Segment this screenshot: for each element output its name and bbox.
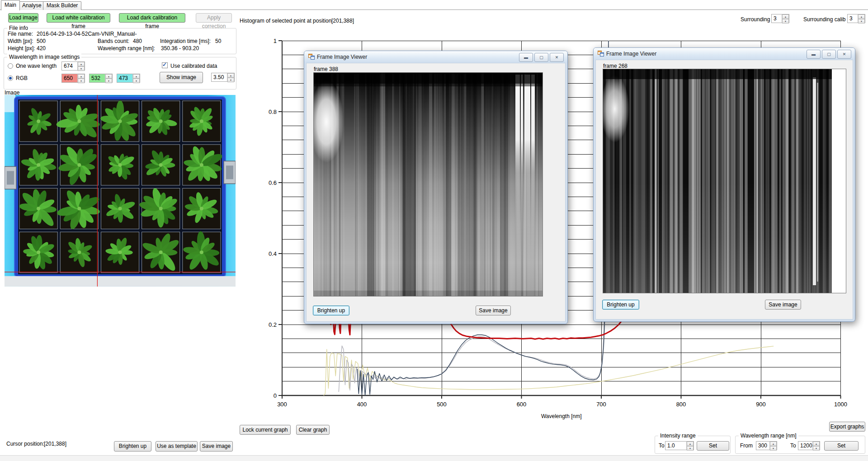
viewer2-title: Frame Image Viewer bbox=[606, 51, 656, 57]
close-icon[interactable]: ✕ bbox=[550, 53, 564, 62]
wavelength-settings-group: Wavelength in image settings One wave le… bbox=[4, 57, 236, 89]
svg-text:300: 300 bbox=[277, 401, 287, 408]
status-bar bbox=[0, 455, 868, 461]
spin-up-icon: ▲ bbox=[858, 14, 865, 19]
close-icon[interactable]: ✕ bbox=[837, 50, 851, 59]
check-icon: ✓ bbox=[162, 61, 167, 68]
svg-text:400: 400 bbox=[357, 401, 367, 408]
spin-up-icon: ▲ bbox=[227, 73, 234, 78]
svg-text:0.6: 0.6 bbox=[269, 179, 277, 186]
save-image-button[interactable]: Save image bbox=[200, 441, 233, 452]
minimize-icon[interactable]: ▬ bbox=[807, 50, 821, 59]
file-info-group: File info File name: 2016-04-29-13-04-52… bbox=[4, 28, 236, 54]
use-calibrated-label: Use calibrated data bbox=[170, 63, 217, 69]
viewer1-brighten-button[interactable]: Brighten up bbox=[313, 306, 349, 315]
cursor-position-value: [201,388] bbox=[44, 441, 66, 447]
minimize-icon[interactable]: ▬ bbox=[519, 53, 533, 62]
intensity-range-group: Intensity range To 1.0 ▲▼ Set bbox=[655, 436, 731, 454]
spin-down-icon: ▼ bbox=[78, 79, 85, 83]
file-info-title: File info bbox=[7, 25, 30, 31]
spin-down-icon: ▼ bbox=[858, 19, 865, 24]
apply-correction-button[interactable]: Apply correction bbox=[196, 13, 232, 23]
svg-text:1: 1 bbox=[274, 38, 277, 44]
one-wavelength-spinner[interactable]: 674 ▲▼ bbox=[61, 61, 85, 71]
svg-text:500: 500 bbox=[437, 401, 447, 408]
svg-text:0.8: 0.8 bbox=[269, 108, 277, 115]
height-label: Height [px]: bbox=[8, 45, 35, 52]
gain-spinner[interactable]: 3.50 ▲▼ bbox=[211, 73, 235, 82]
wavelength-range-group: Wavelength range [nm] From 300 ▲▼ To 120… bbox=[735, 436, 865, 454]
svg-text:900: 900 bbox=[756, 401, 766, 408]
tab-main[interactable]: Main bbox=[1, 0, 20, 10]
wavelength-range-label: Wavelength range [nm]: bbox=[98, 45, 155, 52]
use-calibrated-checkbox[interactable]: ✓ bbox=[162, 62, 168, 68]
frame-viewer-window-2[interactable]: Frame Image Viewer ▬ ▢ ✕ frame 268 Brigh… bbox=[593, 47, 855, 322]
tab-analyse[interactable]: Analyse bbox=[19, 1, 45, 10]
load-image-button[interactable]: Load image bbox=[8, 13, 38, 23]
file-name-label: File name: bbox=[8, 31, 33, 37]
svg-text:Wavelength [nm]: Wavelength [nm] bbox=[541, 413, 582, 419]
one-wavelength-label: One wave length bbox=[16, 63, 57, 69]
viewer2-content: frame 268 Brighten up Save image bbox=[595, 60, 853, 320]
viewer1-content: frame 388 Brighten up Save image bbox=[306, 63, 566, 322]
surrounding-calib-spinner[interactable]: 3 ▲▼ bbox=[847, 14, 865, 23]
viewer1-title: Frame Image Viewer bbox=[317, 54, 367, 60]
wrange-from-spinner[interactable]: 300 ▲▼ bbox=[756, 441, 777, 450]
spin-up-icon: ▲ bbox=[78, 62, 85, 66]
svg-text:1000: 1000 bbox=[834, 401, 847, 408]
spin-down-icon: ▼ bbox=[133, 79, 140, 83]
rgb-red-spinner[interactable]: 650 ▲▼ bbox=[61, 74, 85, 83]
surrounding-label: Surrounding bbox=[741, 16, 770, 23]
maximize-icon[interactable]: ▢ bbox=[534, 53, 548, 62]
wavelength-range-value: 350.36 - 903.20 bbox=[161, 45, 199, 52]
use-as-template-button[interactable]: Use as template bbox=[156, 441, 198, 452]
viewer1-frame-label: frame 388 bbox=[314, 66, 338, 72]
rgb-radio[interactable] bbox=[8, 75, 13, 81]
viewer2-titlebar[interactable]: Frame Image Viewer ▬ ▢ ✕ bbox=[594, 48, 855, 60]
load-dark-calibration-button[interactable]: Load dark calibration frame bbox=[119, 13, 185, 23]
clear-graph-button[interactable]: Clear graph bbox=[296, 425, 330, 435]
load-white-calibration-button[interactable]: Load white calibration frame bbox=[47, 13, 110, 23]
lock-current-graph-button[interactable]: Lock current graph bbox=[240, 425, 291, 435]
spin-down-icon: ▼ bbox=[78, 66, 85, 71]
spin-down-icon: ▼ bbox=[782, 19, 789, 24]
viewer2-brighten-button[interactable]: Brighten up bbox=[602, 300, 639, 310]
width-value: 500 bbox=[37, 38, 46, 44]
intensity-range-title: Intensity range bbox=[658, 433, 698, 439]
surrounding-spinner[interactable]: 3 ▲▼ bbox=[771, 14, 789, 23]
viewer1-titlebar[interactable]: Frame Image Viewer ▬ ▢ ✕ bbox=[304, 51, 567, 63]
wrange-set-button[interactable]: Set bbox=[824, 441, 859, 451]
rgb-blue-spinner[interactable]: 473 ▲▼ bbox=[117, 74, 140, 83]
wavelength-settings-title: Wavelength in image settings bbox=[7, 54, 81, 60]
rgb-green-spinner[interactable]: 532 ▲▼ bbox=[89, 74, 113, 83]
viewer1-save-image-button[interactable]: Save image bbox=[476, 306, 511, 315]
intensity-set-button[interactable]: Set bbox=[697, 441, 729, 451]
maximize-icon[interactable]: ▢ bbox=[822, 50, 836, 59]
wrange-to-spinner[interactable]: 1200 ▲▼ bbox=[798, 441, 820, 450]
one-wavelength-radio[interactable] bbox=[8, 63, 13, 69]
spin-down-icon: ▼ bbox=[687, 446, 693, 451]
wrange-from-label: From bbox=[740, 442, 753, 449]
spin-down-icon: ▼ bbox=[227, 78, 234, 82]
brighten-up-button[interactable]: Brighten up bbox=[114, 441, 151, 452]
frame-viewer-window-1[interactable]: Frame Image Viewer ▬ ▢ ✕ frame 388 Brigh… bbox=[304, 51, 568, 324]
svg-text:600: 600 bbox=[517, 401, 527, 408]
histogram-position-label: Histogram of selected point at position bbox=[240, 18, 331, 24]
integration-time-label: Integration time [ms]: bbox=[160, 38, 211, 44]
show-image-button[interactable]: Show image bbox=[160, 72, 203, 83]
intensity-to-label: To bbox=[659, 442, 665, 449]
viewer2-frame-label: frame 268 bbox=[603, 63, 627, 69]
viewer2-save-image-button[interactable]: Save image bbox=[765, 300, 801, 310]
spin-up-icon: ▲ bbox=[133, 74, 140, 79]
svg-text:800: 800 bbox=[676, 401, 686, 408]
spin-down-icon: ▼ bbox=[105, 79, 112, 83]
wavelength-range-title: Wavelength range [nm] bbox=[739, 433, 798, 439]
svg-text:0.2: 0.2 bbox=[269, 321, 277, 328]
plant-tray-image[interactable] bbox=[5, 95, 236, 287]
svg-text:0: 0 bbox=[274, 392, 277, 399]
spin-up-icon: ▲ bbox=[78, 74, 85, 79]
wrange-to-label: To bbox=[790, 442, 796, 449]
histogram-position-value: [201,388] bbox=[331, 18, 354, 24]
intensity-to-spinner[interactable]: 1.0 ▲▼ bbox=[665, 441, 694, 450]
tab-mask-builder[interactable]: Mask Builder bbox=[43, 1, 81, 10]
